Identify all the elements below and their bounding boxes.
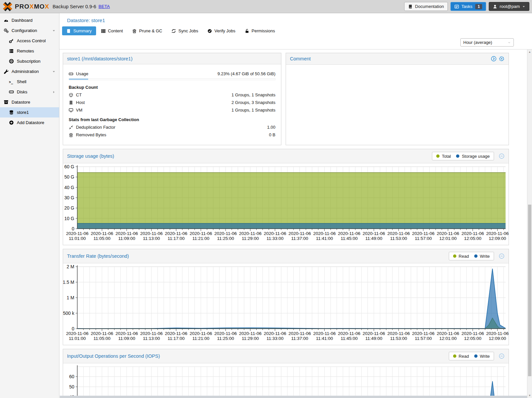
svg-text:2020-11-06: 2020-11-06 xyxy=(289,331,311,336)
tab-summary[interactable]: Summary xyxy=(62,26,96,35)
legend-item-read[interactable]: Read xyxy=(453,254,469,259)
stat-row-removed-bytes: Removed Bytes0 B xyxy=(69,132,275,137)
lifering-icon xyxy=(9,59,14,64)
svg-text:11:57:00: 11:57:00 xyxy=(415,236,432,241)
tab-prune-gc[interactable]: Prune & GC xyxy=(128,26,166,35)
plus-circle-icon xyxy=(9,120,14,125)
content: store1 (/mnt/datastores/store1) Usage 9.… xyxy=(59,50,532,398)
svg-text:2020-11-06: 2020-11-06 xyxy=(338,331,360,336)
scroll-up-arrow[interactable]: ▲ xyxy=(527,50,532,53)
trash-icon xyxy=(132,29,137,33)
scroll-down-arrow[interactable]: ▼ xyxy=(527,394,532,397)
tab-content[interactable]: Content xyxy=(97,26,127,35)
horizontal-scrollbar[interactable] xyxy=(60,396,527,398)
svg-text:11:01:00: 11:01:00 xyxy=(69,336,86,341)
stat-row-deduplication-factor: Deduplication Factor1.00 xyxy=(69,125,275,130)
storage-usage-title: Storage usage (bytes) xyxy=(67,153,114,159)
svg-text:11:41:00: 11:41:00 xyxy=(316,336,333,341)
gear-icon[interactable] xyxy=(499,56,505,62)
legend-dot xyxy=(453,354,456,358)
transfer-rate-title: Transfer Rate (bytes/second) xyxy=(67,253,129,259)
product-version: Backup Server 0.9-6 xyxy=(53,4,96,9)
svg-text:2020-11-06: 2020-11-06 xyxy=(437,231,459,236)
svg-text:11:29:00: 11:29:00 xyxy=(242,336,259,341)
usage-value: 9.23% (4.67 GiB of 50.56 GiB) xyxy=(217,71,275,76)
legend-item-total[interactable]: Total xyxy=(436,154,451,159)
svg-text:2020-11-06: 2020-11-06 xyxy=(165,231,187,236)
scrollbar-thumb[interactable] xyxy=(528,205,531,376)
sidebar-item-disks[interactable]: Disks xyxy=(0,87,59,97)
svg-text:60 G: 60 G xyxy=(64,164,74,169)
legend-dot xyxy=(474,354,478,358)
svg-text:2020-11-06: 2020-11-06 xyxy=(264,231,286,236)
svg-text:2020-11-06: 2020-11-06 xyxy=(239,231,262,236)
transfer-rate-legend: ReadWrite xyxy=(449,252,494,260)
svg-text:12:09:00: 12:09:00 xyxy=(489,236,506,241)
svg-text:11:21:00: 11:21:00 xyxy=(192,336,209,341)
svg-text:2020-11-06: 2020-11-06 xyxy=(313,331,336,336)
topbar: PROXMOX Backup Server 0.9-6 BETA Documen… xyxy=(0,0,532,13)
dashboard-icon xyxy=(4,18,9,23)
key-icon xyxy=(9,38,14,43)
svg-text:2020-11-06: 2020-11-06 xyxy=(363,231,385,236)
sidebar-item-store1[interactable]: store1 xyxy=(0,107,59,117)
usage-row: Usage 9.23% (4.67 GiB of 50.56 GiB) xyxy=(69,71,275,76)
legend-item-read[interactable]: Read xyxy=(453,354,469,359)
gc-stats-title: Stats from last Garbage Collection xyxy=(69,117,275,122)
tasks-button[interactable]: Tasks 1 xyxy=(450,2,486,11)
svg-text:11:17:00: 11:17:00 xyxy=(168,336,185,341)
collapse-icon[interactable] xyxy=(499,253,505,259)
svg-text:0: 0 xyxy=(72,226,74,231)
sidebar-item-dashboard[interactable]: Dashboard xyxy=(0,15,59,25)
beta-link[interactable]: BETA xyxy=(98,4,110,9)
legend-item-write[interactable]: Write xyxy=(474,354,490,359)
stat-row-vm: VM1 Groups, 1 Snapshots xyxy=(69,108,275,113)
svg-text:2020-11-06: 2020-11-06 xyxy=(91,331,113,336)
expand-icon[interactable] xyxy=(491,56,497,62)
sidebar-item-configuration[interactable]: Configuration xyxy=(0,25,59,36)
svg-text:0: 0 xyxy=(72,326,74,331)
wrench-icon xyxy=(4,69,9,74)
svg-text:12:09:00: 12:09:00 xyxy=(489,336,506,341)
backup-count-rows: CT1 Groups, 1 SnapshotsHost2 Groups, 3 S… xyxy=(69,92,275,113)
transfer-rate-chart: 0500 k1 M1.5 M2 M2020-11-0611:01:002020-… xyxy=(63,263,509,345)
sidebar-item-shell[interactable]: >_Shell xyxy=(0,77,59,87)
sidebar-item-add-datastore[interactable]: Add Datastore xyxy=(0,117,59,128)
legend-item-storage-usage[interactable]: Storage usage xyxy=(456,154,490,159)
svg-text:11:17:00: 11:17:00 xyxy=(168,236,185,241)
svg-text:2020-11-06: 2020-11-06 xyxy=(412,231,435,236)
proxmox-x-icon xyxy=(3,2,13,11)
svg-text:10 G: 10 G xyxy=(64,216,74,221)
transfer-rate-panel: Transfer Rate (bytes/second) ReadWrite 0… xyxy=(63,249,509,345)
sidebar-item-access-control[interactable]: Access Control xyxy=(0,36,59,46)
svg-text:500 k: 500 k xyxy=(63,311,75,316)
vertical-scrollbar[interactable]: ▲ ▼ xyxy=(527,50,532,398)
svg-text:11:25:00: 11:25:00 xyxy=(217,236,234,241)
svg-text:2020-11-06: 2020-11-06 xyxy=(387,231,410,236)
sidebar-item-administration[interactable]: Administration xyxy=(0,66,59,77)
documentation-button[interactable]: Documentation xyxy=(404,2,448,11)
collapse-icon[interactable] xyxy=(499,153,505,159)
sidebar-item-subscription[interactable]: Subscription xyxy=(0,56,59,66)
stat-row-host: Host2 Groups, 3 Snapshots xyxy=(69,100,275,105)
svg-text:11:41:00: 11:41:00 xyxy=(316,236,333,241)
svg-text:50 G: 50 G xyxy=(64,174,74,180)
svg-text:2 M: 2 M xyxy=(67,264,74,269)
svg-text:2020-11-06: 2020-11-06 xyxy=(461,331,484,336)
main-area: Datastore: store1 SummaryContentPrune & … xyxy=(59,13,532,398)
check-circle-icon xyxy=(207,29,212,33)
svg-text:2020-11-06: 2020-11-06 xyxy=(486,231,509,236)
sidebar-item-datastore[interactable]: Datastore xyxy=(0,97,59,107)
tab-sync-jobs[interactable]: Sync Jobs xyxy=(167,26,202,35)
sidebar-item-remotes[interactable]: Remotes xyxy=(0,46,59,56)
remotes-icon xyxy=(9,49,14,53)
collapse-icon[interactable] xyxy=(499,353,505,359)
tab-verify-jobs[interactable]: Verify Jobs xyxy=(203,26,240,35)
legend-item-write[interactable]: Write xyxy=(474,254,490,259)
svg-text:11:05:00: 11:05:00 xyxy=(93,236,111,241)
time-range-select[interactable]: Hour (average) xyxy=(460,38,514,47)
svg-text:11:01:00: 11:01:00 xyxy=(69,236,86,241)
tab-permissions[interactable]: Permissions xyxy=(240,26,279,35)
user-menu-button[interactable]: root@pam xyxy=(489,2,529,11)
store1-panel: store1 (/mnt/datastores/store1) Usage 9.… xyxy=(63,53,281,145)
